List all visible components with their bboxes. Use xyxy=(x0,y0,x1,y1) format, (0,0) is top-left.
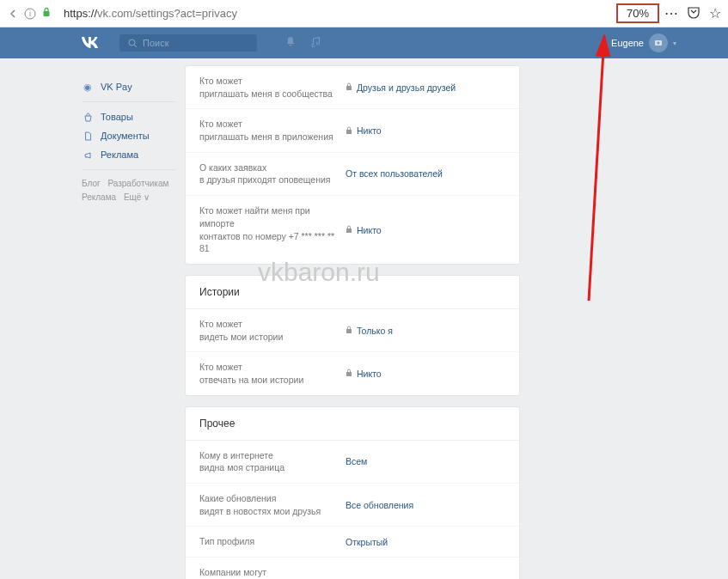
back-icon[interactable] xyxy=(7,8,19,20)
bell-icon[interactable] xyxy=(284,36,297,51)
avatar xyxy=(649,34,668,52)
setting-value[interactable]: Все обновления xyxy=(346,492,413,517)
setting-value[interactable]: Всем xyxy=(346,449,367,474)
setting-label: Кто можетприглашать меня в сообщества xyxy=(199,75,346,100)
setting-row: Кто можетприглашать меня в сообществаДру… xyxy=(186,66,519,109)
url-text: https://vk.com/settings?act=privacy xyxy=(64,7,237,20)
music-icon[interactable] xyxy=(310,36,322,51)
value-text: Никто xyxy=(357,125,382,136)
svg-point-6 xyxy=(658,42,660,45)
value-text: От всех пользователей xyxy=(346,168,443,179)
setting-label: Кто можетприглашать меня в приложения xyxy=(199,118,346,143)
svg-rect-10 xyxy=(346,329,352,333)
setting-label: О каких заявкахв друзья приходят оповеще… xyxy=(199,162,346,186)
sidebar-item-label: Документы xyxy=(101,131,150,141)
svg-rect-9 xyxy=(346,229,352,233)
setting-label: Кто можетвидеть мои истории xyxy=(199,318,346,343)
lock-icon xyxy=(346,326,352,335)
sidebar-item-goods[interactable]: Товары xyxy=(82,107,176,126)
setting-value[interactable]: Никто xyxy=(346,361,382,386)
browser-bar: i https://vk.com/settings?act=privacy 70… xyxy=(0,0,728,27)
setting-value[interactable]: Только я xyxy=(346,318,393,343)
megaphone-icon xyxy=(82,149,94,161)
setting-row: Какие обновлениявидят в новостях мои дру… xyxy=(186,484,519,527)
username: Eugene xyxy=(611,38,644,48)
setting-row: Компании могутпосылать мне сообщения по … xyxy=(186,558,519,579)
menu-icon[interactable]: ⋯ xyxy=(664,5,678,21)
value-text: Всем xyxy=(346,456,367,466)
lock-icon xyxy=(346,225,352,235)
value-text: Друзья и друзья друзей xyxy=(357,82,456,93)
sidebar: ◉ VK Pay Товары Документы Реклама Блог Р… xyxy=(82,65,185,579)
section-title: Прочее xyxy=(186,407,519,441)
vk-header: Поиск Eugene ▾ xyxy=(0,27,728,58)
setting-value[interactable]: Открытый xyxy=(346,535,388,548)
vkpay-icon: ◉ xyxy=(82,81,94,93)
setting-row: О каких заявкахв друзья приходят оповеще… xyxy=(186,153,519,196)
setting-label: Какие обновлениявидят в новостях мои дру… xyxy=(199,492,346,517)
setting-row: Кто может найти меня при импортеконтакто… xyxy=(186,196,519,264)
sidebar-item-ads[interactable]: Реклама xyxy=(82,145,176,164)
footer-link[interactable]: Реклама xyxy=(82,192,116,202)
svg-line-4 xyxy=(134,45,137,47)
setting-label: Кто можетотвечать на мои истории xyxy=(199,361,346,386)
user-menu[interactable]: Eugene ▾ xyxy=(611,34,676,52)
footer-link[interactable]: Ещё ∨ xyxy=(124,192,150,202)
lock-icon xyxy=(346,126,352,136)
footer-link[interactable]: Блог xyxy=(82,179,101,188)
value-text: Все обновления xyxy=(346,500,413,510)
svg-rect-8 xyxy=(346,130,352,134)
search-input[interactable]: Поиск xyxy=(119,34,257,52)
url-bar[interactable]: https://vk.com/settings?act=privacy xyxy=(57,3,611,23)
setting-value[interactable]: От всех пользователей xyxy=(346,162,443,186)
info-icon[interactable]: i xyxy=(24,8,36,20)
setting-row: Кто можетотвечать на мои историиНикто xyxy=(186,352,519,394)
setting-label: Кому в интернетевидна моя страница xyxy=(199,449,346,474)
sidebar-item-label: Товары xyxy=(101,112,133,122)
chevron-down-icon: ▾ xyxy=(673,40,676,47)
search-placeholder: Поиск xyxy=(143,38,168,48)
browser-actions: ⋯ ☆ xyxy=(664,5,721,22)
main: Кто можетприглашать меня в сообществаДру… xyxy=(185,65,520,579)
setting-row: Тип профиляОткрытый xyxy=(186,527,519,558)
sidebar-item-docs[interactable]: Документы xyxy=(82,126,176,145)
value-text: Открытый xyxy=(346,537,388,547)
setting-value[interactable]: Никакие xyxy=(346,566,380,579)
divider xyxy=(82,169,176,170)
lock-icon xyxy=(41,7,52,20)
value-text: Никто xyxy=(357,225,382,235)
svg-rect-11 xyxy=(346,372,352,376)
divider xyxy=(82,101,176,102)
value-text: Никто xyxy=(357,369,382,379)
bookmark-icon[interactable]: ☆ xyxy=(709,5,721,21)
setting-value[interactable]: Никто xyxy=(346,204,382,255)
sidebar-footer: Блог Разработчикам Реклама Ещё ∨ xyxy=(82,177,176,204)
other-section: Прочее Кому в интернетевидна моя страниц… xyxy=(185,406,520,579)
section-title: Истории xyxy=(186,276,519,309)
privacy-section: Кто можетприглашать меня в сообществаДру… xyxy=(185,65,520,265)
svg-rect-2 xyxy=(44,11,50,16)
sidebar-item-vkpay[interactable]: ◉ VK Pay xyxy=(82,77,176,96)
setting-label: Компании могутпосылать мне сообщения по … xyxy=(199,566,346,579)
setting-label: Тип профиля xyxy=(199,535,346,548)
content: ◉ VK Pay Товары Документы Реклама Блог Р… xyxy=(0,58,728,579)
zoom-indicator[interactable]: 70% xyxy=(616,3,659,23)
sidebar-item-label: Реклама xyxy=(101,149,138,160)
setting-value[interactable]: Друзья и друзья друзей xyxy=(346,75,456,100)
pocket-icon[interactable] xyxy=(687,5,700,22)
setting-label: Кто может найти меня при импортеконтакто… xyxy=(199,204,346,255)
doc-icon xyxy=(82,130,94,142)
bag-icon xyxy=(82,111,94,123)
vk-logo[interactable] xyxy=(82,34,102,52)
svg-text:i: i xyxy=(29,9,31,18)
header-icons xyxy=(284,36,322,51)
setting-row: Кто можетприглашать меня в приложенияНик… xyxy=(186,109,519,152)
lock-icon xyxy=(346,82,352,92)
setting-value[interactable]: Никто xyxy=(346,118,382,143)
lock-icon xyxy=(346,369,352,378)
stories-section: Истории Кто можетвидеть мои историиТольк… xyxy=(185,275,520,396)
value-text: Только я xyxy=(357,326,393,336)
sidebar-item-label: VK Pay xyxy=(101,82,132,92)
svg-rect-7 xyxy=(346,86,352,90)
footer-link[interactable]: Разработчикам xyxy=(107,179,168,188)
